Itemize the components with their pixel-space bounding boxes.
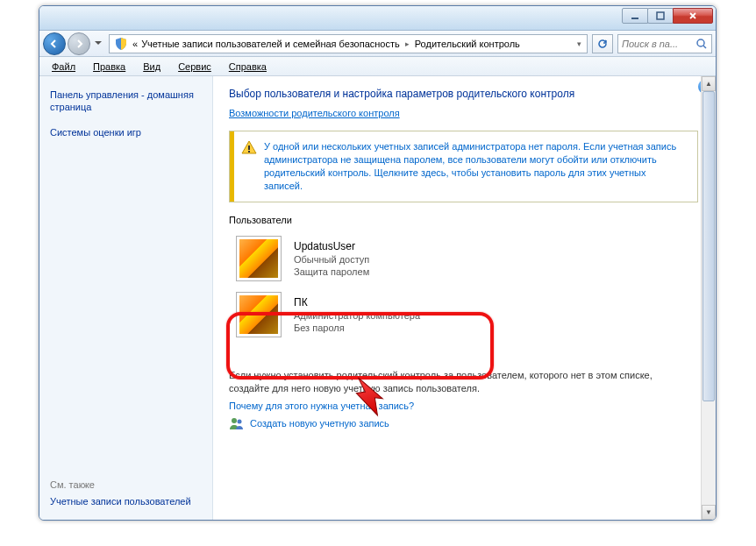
user-password: Без пароля xyxy=(294,323,420,333)
warning-text[interactable]: У одной или нескольких учетных записей а… xyxy=(264,140,687,192)
user-access: Администратор компьютера xyxy=(294,310,420,321)
sidebar: Панель управления - домашняя страница Си… xyxy=(39,76,213,520)
svg-point-2 xyxy=(697,39,704,46)
warning-icon xyxy=(241,140,257,156)
menu-tools[interactable]: Сервис xyxy=(171,60,218,74)
user-name: UpdatusUser xyxy=(294,240,369,252)
sidebar-link-home[interactable]: Панель управления - домашняя страница xyxy=(50,85,202,117)
window-buttons xyxy=(622,8,713,24)
refresh-button[interactable] xyxy=(592,34,613,53)
scroll-up-button[interactable]: ▲ xyxy=(702,76,716,91)
body: Панель управления - домашняя страница Си… xyxy=(39,76,716,520)
user-row-updatus[interactable]: UpdatusUser Обычный доступ Защита пароле… xyxy=(229,230,457,287)
scroll-thumb[interactable] xyxy=(703,91,715,401)
svg-rect-4 xyxy=(248,151,250,152)
shield-icon xyxy=(114,37,128,51)
sidebar-link-ratings[interactable]: Системы оценки игр xyxy=(50,123,202,142)
user-name: ПК xyxy=(294,296,420,308)
why-account-link[interactable]: Почему для этого нужна учетная запись? xyxy=(229,401,700,411)
menu-file[interactable]: Файл xyxy=(45,60,82,74)
svg-rect-1 xyxy=(657,12,664,19)
maximize-button[interactable] xyxy=(647,8,674,24)
menu-view[interactable]: Вид xyxy=(136,60,168,74)
search-input[interactable]: Поиск в па... xyxy=(617,34,712,53)
menubar: Файл Правка Вид Сервис Справка xyxy=(39,57,716,76)
scroll-track[interactable] xyxy=(702,91,716,505)
menu-help[interactable]: Справка xyxy=(222,60,274,74)
titlebar xyxy=(39,6,716,31)
user-access: Обычный доступ xyxy=(294,254,369,265)
breadcrumb-1[interactable]: Учетные записи пользователей и семейная … xyxy=(139,39,402,49)
forward-button[interactable] xyxy=(68,32,90,55)
scroll-down-button[interactable]: ▼ xyxy=(702,505,716,520)
page-title: Выбор пользователя и настройка параметро… xyxy=(229,87,700,101)
chevron-dropdown-icon[interactable]: ▾ xyxy=(574,39,585,48)
nav-history-dropdown[interactable] xyxy=(92,34,104,53)
create-account-link[interactable]: Создать новую учетную запись xyxy=(250,418,389,429)
breadcrumb-prefix: « xyxy=(131,39,139,49)
people-icon xyxy=(229,416,245,430)
capabilities-link[interactable]: Возможности родительского контроля xyxy=(229,108,400,118)
chevron-right-icon[interactable]: ▸ xyxy=(402,39,413,48)
search-icon xyxy=(695,38,708,50)
window: « Учетные записи пользователей и семейна… xyxy=(39,5,717,521)
user-row-pk[interactable]: ПК Администратор компьютера Без пароля xyxy=(229,287,457,343)
see-also-label: См. также xyxy=(50,474,202,492)
menu-edit[interactable]: Правка xyxy=(86,60,132,74)
content: ? ▲ ▼ Выбор пользователя и настройка пар… xyxy=(213,76,716,520)
users-label: Пользователи xyxy=(229,215,700,225)
minimize-button[interactable] xyxy=(622,8,648,24)
user-password: Защита паролем xyxy=(294,266,369,277)
avatar xyxy=(236,292,282,337)
scrollbar[interactable]: ▲ ▼ xyxy=(701,76,716,520)
address-bar[interactable]: « Учетные записи пользователей и семейна… xyxy=(109,34,588,53)
svg-rect-3 xyxy=(248,145,250,150)
svg-point-5 xyxy=(232,418,237,423)
hint-text: Если нужно установить родительский контр… xyxy=(229,369,700,396)
breadcrumb-2[interactable]: Родительский контроль xyxy=(413,39,522,49)
svg-point-6 xyxy=(238,420,242,424)
sidebar-link-accounts[interactable]: Учетные записи пользователей xyxy=(50,492,202,511)
back-button[interactable] xyxy=(43,32,66,55)
close-button[interactable] xyxy=(673,8,713,24)
svg-rect-0 xyxy=(631,18,638,19)
avatar xyxy=(236,236,282,281)
warning-box[interactable]: У одной или нескольких учетных записей а… xyxy=(229,131,698,202)
search-placeholder: Поиск в па... xyxy=(622,39,678,49)
navbar: « Учетные записи пользователей и семейна… xyxy=(39,31,716,57)
